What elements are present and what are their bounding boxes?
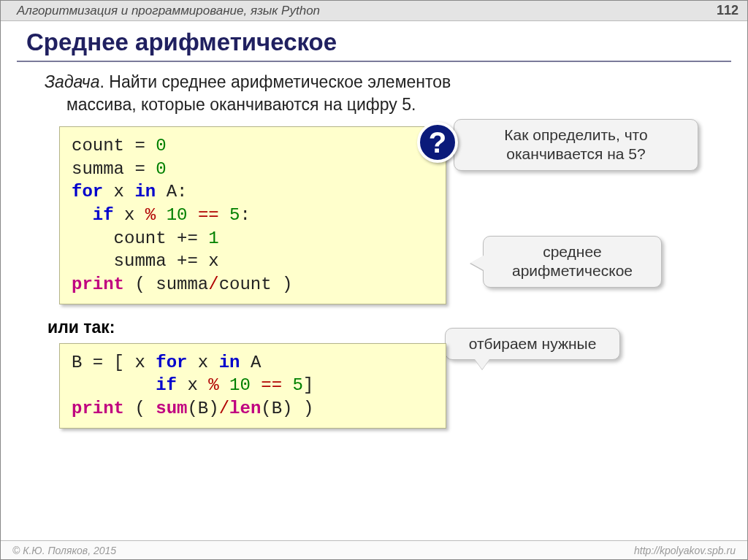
- code-text: A:: [156, 182, 187, 202]
- code-text: len: [229, 399, 261, 418]
- code-text: in: [219, 353, 240, 372]
- code-text: x: [103, 182, 134, 202]
- code-text: %: [208, 375, 218, 395]
- code-text: print: [72, 399, 124, 418]
- code-text: for: [156, 353, 187, 372]
- code-text: ( summa: [124, 275, 208, 294]
- code-text: count ): [219, 275, 293, 294]
- code-text: ==: [261, 375, 282, 395]
- task-text: Задача. Найти среднее арифметическое эле…: [1, 62, 747, 126]
- code-text: [72, 205, 93, 225]
- code-text: summa: [114, 251, 167, 271]
- heading: Среднее арифметическое: [1, 21, 747, 59]
- code-text: [187, 205, 197, 225]
- callout-avg-line2: арифметическое: [497, 261, 648, 280]
- code-text: [251, 375, 261, 395]
- callout-q-line1: Как определить, что: [468, 126, 684, 145]
- code-text: = [ x: [82, 353, 156, 372]
- code-text: +=: [167, 251, 209, 271]
- code-text: if: [93, 205, 114, 225]
- code-text: 0: [156, 136, 166, 156]
- code-text: [72, 251, 114, 271]
- callout-tail-icon: [470, 256, 484, 270]
- code-text: summa: [72, 159, 124, 179]
- task-label: Задача: [45, 72, 100, 91]
- code-text: A: [240, 353, 261, 372]
- code-text: count: [72, 136, 124, 156]
- code-text: in: [134, 182, 156, 202]
- slide: Алгоритмизация и программирование, язык …: [0, 0, 748, 560]
- code-text: /: [208, 275, 218, 294]
- topbar: Алгоритмизация и программирование, язык …: [1, 1, 747, 21]
- code-text: (: [124, 399, 156, 418]
- heading-text: Среднее арифметическое: [26, 28, 731, 56]
- callout-question: Как определить, что оканчивается на 5?: [454, 119, 698, 171]
- code-text: (B) ): [261, 399, 313, 418]
- code-text: [156, 205, 166, 225]
- code-block-2: B = [ x for x in A if x % 10 == 5] print…: [59, 343, 446, 429]
- code-text: [72, 375, 156, 395]
- code-text: 1: [208, 229, 218, 248]
- task-line1: . Найти среднее арифметическое элементов: [100, 72, 451, 91]
- code-text: [219, 205, 229, 225]
- footer-copyright: © К.Ю. Поляков, 2015: [12, 545, 116, 556]
- code-text: :: [240, 205, 251, 225]
- code-text: [72, 229, 114, 248]
- code-text: +=: [167, 229, 209, 248]
- qmark-text: ?: [429, 126, 446, 159]
- code-text: count: [114, 229, 167, 248]
- callout-pick: отбираем нужные: [445, 328, 620, 360]
- code-block-1: count = 0 summa = 0 for x in A: if x % 1…: [59, 126, 446, 304]
- code-text: [282, 375, 292, 395]
- code-text: x: [208, 251, 218, 271]
- code-text: sum: [156, 399, 187, 418]
- callout-avg-line1: среднее: [497, 242, 648, 261]
- code-text: x: [187, 353, 218, 372]
- footer: © К.Ю. Поляков, 2015 http://kpolyakov.sp…: [1, 540, 747, 559]
- code-text: print: [72, 275, 124, 294]
- code-text: ]: [303, 375, 313, 395]
- callout-tail-icon: [475, 359, 489, 369]
- callout-average: среднее арифметическое: [483, 236, 662, 288]
- task-line2: массива, которые оканчиваются на цифру 5…: [45, 93, 703, 116]
- code-text: (B): [187, 399, 218, 418]
- callout-pick-text: отбираем нужные: [459, 334, 606, 353]
- content-area: count = 0 summa = 0 for x in A: if x % 1…: [1, 126, 747, 429]
- code-text: 5: [293, 375, 303, 395]
- code-text: /: [219, 399, 229, 418]
- code-text: %: [145, 205, 156, 225]
- code-text: 10: [229, 375, 251, 395]
- code-text: x: [177, 375, 208, 395]
- code-text: x: [114, 205, 145, 225]
- code-text: =: [124, 136, 156, 156]
- code-text: B: [72, 353, 82, 372]
- code-text: ==: [198, 205, 219, 225]
- callout-q-line2: оканчивается на 5?: [468, 145, 684, 164]
- code-text: if: [156, 375, 177, 395]
- footer-url: http://kpolyakov.spb.ru: [634, 545, 736, 556]
- code-text: =: [124, 159, 156, 179]
- code-text: [219, 375, 229, 395]
- topbar-title: Алгоритмизация и программирование, язык …: [17, 4, 320, 18]
- code-text: for: [72, 182, 103, 202]
- code-text: 5: [229, 205, 240, 225]
- code-text: 10: [167, 205, 188, 225]
- code-text: 0: [156, 159, 166, 179]
- page-number: 112: [717, 3, 739, 18]
- question-mark-icon: ?: [417, 122, 458, 163]
